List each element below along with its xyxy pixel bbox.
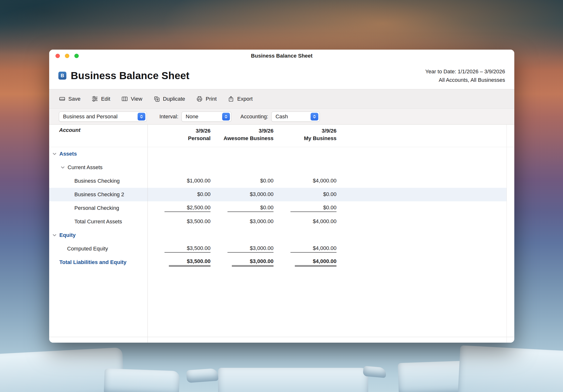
toolbar-label: Print [206,96,217,102]
column-header-awesome-business: 3/9/26 Awesome Business [211,127,273,147]
cell-value [211,164,273,171]
toolbar-label: Save [68,96,80,102]
table-row-personal-checking[interactable]: Personal Checking$2,500.00$0.00$0.00 [49,201,507,215]
duplicate-icon [153,96,160,102]
stepper-arrows-icon [138,113,145,121]
print-button[interactable]: Print [196,96,217,102]
cell-value: $3,000.00 [211,258,273,267]
save-icon [59,96,65,102]
cell-value: $2,500.00 [148,205,211,212]
edit-sliders-icon [91,96,98,102]
page-title: Business Balance Sheet [71,70,190,82]
row-label: Business Checking [74,178,120,184]
scope-select-value: Business and Personal [63,113,117,120]
column-header-my-business: 3/9/26 My Business [273,127,336,147]
save-button[interactable]: Save [59,96,80,102]
cell-value [148,151,211,157]
cell-value [273,164,336,171]
document-header: B Business Balance Sheet Year to Date: 1… [49,62,514,89]
account-column-header: Account [49,127,148,147]
table-row-assets[interactable]: Assets [49,147,507,161]
chevron-down-icon[interactable] [60,165,68,170]
table-row-business-checking[interactable]: Business Checking$1,000.00$0.00$4,000.00 [49,174,507,188]
table-row-equity[interactable]: Equity [49,228,507,242]
table-row-computed-equity[interactable]: Computed Equity$3,500.00$3,000.00$4,000.… [49,242,507,256]
table-row-business-checking-2[interactable]: Business Checking 2$0.00$3,000.00$0.00 [49,188,507,201]
scope-select[interactable]: Business and Personal [59,111,147,122]
toolbar: Save Edit View Duplicate [49,89,514,108]
column-name: My Business [273,135,336,142]
cell-value: $0.00 [148,191,211,198]
app-window: Business Balance Sheet B Business Balanc… [49,49,514,343]
window-titlebar: Business Balance Sheet [49,49,514,62]
column-separator-right [507,125,507,343]
row-label: Current Assets [68,164,102,171]
row-label: Personal Checking [74,205,119,211]
toolbar-label: View [131,96,142,102]
cell-value [211,232,273,238]
print-icon [196,96,203,102]
cell-value: $4,000.00 [273,218,336,225]
cell-value: $3,000.00 [211,191,273,198]
chevron-down-icon[interactable] [52,151,59,156]
table-row-current-assets[interactable]: Current Assets [49,161,507,174]
toolbar-label: Export [237,96,253,102]
cell-value: $3,500.00 [148,218,211,225]
report-table: Account 3/9/26 Personal 3/9/26 Awesome B… [49,125,514,337]
edit-button[interactable]: Edit [91,96,110,102]
toolbar-label: Edit [101,96,110,102]
report-icon: B [58,72,66,80]
cell-value: $4,000.00 [273,178,336,185]
cell-value: $0.00 [273,205,336,212]
view-button[interactable]: View [121,96,142,102]
accounting-select-value: Cash [275,113,288,120]
row-label: Total Current Assets [74,219,122,225]
cell-value: $3,000.00 [211,245,273,253]
iceberg [104,368,180,392]
cell-value: $0.00 [211,178,273,185]
toolbar-label: Duplicate [163,96,185,102]
stepper-arrows-icon [222,113,230,121]
column-date: 3/9/26 [273,127,336,135]
cell-value: $0.00 [273,191,336,198]
cell-value: $4,000.00 [273,258,336,267]
interval-select[interactable]: None [181,111,231,122]
row-label: Business Checking 2 [74,191,124,198]
row-label: Equity [59,232,76,238]
row-label: Computed Equity [67,245,108,252]
date-range: Year to Date: 1/1/2026 – 3/9/2026 [425,67,505,76]
desktop-wallpaper: Business Balance Sheet B Business Balanc… [0,0,563,392]
table-body: AssetsCurrent AssetsBusiness Checking$1,… [49,147,514,269]
view-columns-icon [121,96,128,102]
window-footer [49,337,514,343]
iceberg [218,368,368,392]
column-separator-left [148,125,148,343]
cell-value: $3,500.00 [148,245,211,253]
cell-value: $4,000.00 [273,245,336,253]
table-row-total-liabilities-and-equity[interactable]: Total Liabilities and Equity$3,500.00$3,… [49,256,507,269]
interval-select-value: None [186,113,198,120]
cell-value [273,232,336,238]
table-header-row: Account 3/9/26 Personal 3/9/26 Awesome B… [49,125,514,147]
column-date: 3/9/26 [211,127,273,135]
row-label: Assets [59,151,77,157]
cell-value: $1,000.00 [148,178,211,185]
cell-value [148,164,211,171]
column-date: 3/9/26 [148,127,211,135]
cell-value [273,151,336,157]
chevron-down-icon[interactable] [52,233,59,238]
duplicate-button[interactable]: Duplicate [153,96,185,102]
column-name: Awesome Business [211,135,273,142]
cell-value: $3,000.00 [211,218,273,225]
window-title: Business Balance Sheet [49,53,514,59]
filter-bar: Business and Personal Interval: None Acc… [49,108,514,125]
cell-value [211,151,273,157]
iceberg [457,345,563,392]
column-header-personal: 3/9/26 Personal [148,127,211,147]
table-row-total-current-assets[interactable]: Total Current Assets$3,500.00$3,000.00$4… [49,215,507,228]
cell-value: $3,500.00 [148,258,211,267]
interval-label: Interval: [159,113,178,120]
accounting-select[interactable]: Cash [271,111,320,122]
accounts-scope: All Accounts, All Businesses [425,76,505,84]
export-button[interactable]: Export [228,96,253,102]
